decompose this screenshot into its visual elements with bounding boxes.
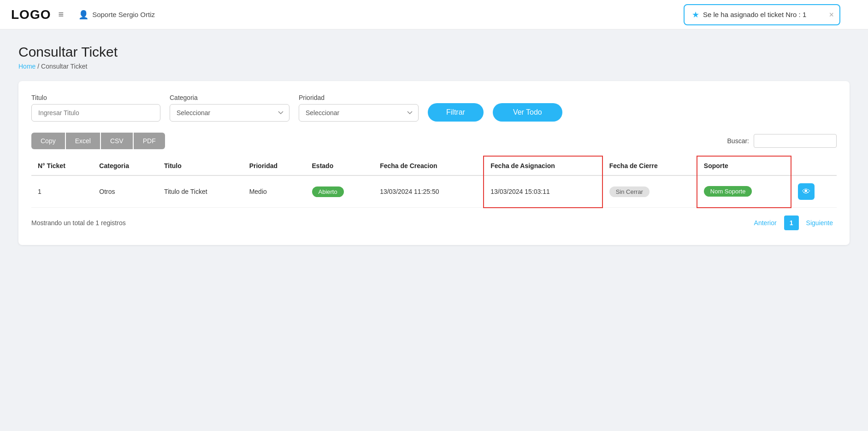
- col-ticket: N° Ticket: [31, 156, 93, 175]
- notification-close-button[interactable]: ×: [829, 10, 834, 19]
- categoria-select[interactable]: Seleccionar: [170, 104, 289, 122]
- breadcrumb-separator: /: [37, 63, 41, 70]
- cell-prioridad: Medio: [243, 175, 306, 208]
- cell-actions: 👁: [791, 175, 837, 208]
- view-button[interactable]: 👁: [798, 183, 815, 200]
- fecha-cierre-badge: Sin Cerrar: [609, 186, 650, 197]
- col-soporte: Soporte: [697, 156, 791, 175]
- page-title: Consultar Ticket: [18, 44, 850, 60]
- table-row: 1OtrosTitulo de TicketMedioAbierto13/03/…: [31, 175, 837, 208]
- search-input[interactable]: [754, 134, 837, 148]
- user-info: 👤 Soporte Sergio Ortiz: [78, 10, 155, 20]
- titulo-field: Titulo: [31, 94, 160, 122]
- ver-todo-button[interactable]: Ver Todo: [493, 103, 562, 122]
- hamburger-icon[interactable]: ≡: [58, 9, 64, 20]
- cell-fecha-cierre: Sin Cerrar: [602, 175, 697, 208]
- current-page[interactable]: 1: [784, 216, 799, 230]
- logo: LOGO: [11, 7, 51, 22]
- page-content: Consultar Ticket Home / Consultar Ticket…: [0, 29, 868, 260]
- prioridad-label: Prioridad: [299, 94, 419, 101]
- cell-titulo: Titulo de Ticket: [158, 175, 243, 208]
- prioridad-select[interactable]: Seleccionar: [299, 104, 419, 122]
- titulo-input[interactable]: [31, 104, 160, 122]
- anterior-button[interactable]: Anterior: [750, 217, 780, 228]
- cell-categoria: Otros: [93, 175, 158, 208]
- pdf-button[interactable]: PDF: [134, 133, 165, 149]
- total-records: Mostrando un total de 1 registros: [31, 219, 126, 227]
- search-label: Buscar:: [727, 137, 749, 145]
- cell-ticket: 1: [31, 175, 93, 208]
- col-titulo: Titulo: [158, 156, 243, 175]
- breadcrumb-home[interactable]: Home: [18, 63, 35, 70]
- cell-estado: Abierto: [306, 175, 374, 208]
- estado-badge: Abierto: [312, 186, 344, 197]
- breadcrumb: Home / Consultar Ticket: [18, 63, 850, 70]
- eye-icon: 👁: [802, 187, 810, 197]
- csv-button[interactable]: CSV: [101, 133, 133, 149]
- titulo-label: Titulo: [31, 94, 160, 101]
- cell-fecha-asignacion: 13/03/2024 15:03:11: [484, 175, 602, 208]
- excel-button[interactable]: Excel: [66, 133, 100, 149]
- categoria-field: Categoria Seleccionar: [170, 94, 289, 122]
- col-fecha-cierre: Fecha de Cierre: [602, 156, 697, 175]
- pagination: Anterior 1 Siguiente: [750, 216, 837, 230]
- notification-banner: ★ Se le ha asignado el ticket Nro : 1 ×: [684, 4, 840, 25]
- user-name: Soporte Sergio Ortiz: [92, 11, 155, 18]
- header: LOGO ≡ 👤 Soporte Sergio Ortiz ★ Se le ha…: [0, 0, 868, 29]
- notification-text: Se le ha asignado el ticket Nro : 1: [703, 11, 806, 18]
- copy-button[interactable]: Copy: [31, 133, 65, 149]
- table-toolbar: Copy Excel CSV PDF Buscar:: [31, 133, 837, 149]
- col-categoria: Categoria: [93, 156, 158, 175]
- cell-soporte: Nom Soporte: [697, 175, 791, 208]
- table-footer: Mostrando un total de 1 registros Anteri…: [31, 216, 837, 230]
- export-buttons: Copy Excel CSV PDF: [31, 133, 165, 149]
- col-estado: Estado: [306, 156, 374, 175]
- tickets-table: N° Ticket Categoria Titulo Prioridad Est…: [31, 156, 837, 208]
- cell-fecha-creacion: 13/03/2024 11:25:50: [373, 175, 484, 208]
- col-fecha-asignacion: Fecha de Asignacion: [484, 156, 602, 175]
- filter-row: Titulo Categoria Seleccionar Prioridad S…: [31, 94, 837, 122]
- col-prioridad: Prioridad: [243, 156, 306, 175]
- filtrar-button[interactable]: Filtrar: [428, 103, 484, 122]
- col-fecha-creacion: Fecha de Creacion: [373, 156, 484, 175]
- prioridad-field: Prioridad Seleccionar: [299, 94, 419, 122]
- main-card: Titulo Categoria Seleccionar Prioridad S…: [18, 81, 850, 245]
- breadcrumb-current: Consultar Ticket: [41, 63, 87, 70]
- soporte-badge: Nom Soporte: [704, 186, 752, 197]
- user-icon: 👤: [78, 10, 89, 20]
- categoria-label: Categoria: [170, 94, 289, 101]
- star-icon: ★: [692, 10, 699, 20]
- siguiente-button[interactable]: Siguiente: [803, 217, 837, 228]
- col-actions: [791, 156, 837, 175]
- search-row: Buscar:: [727, 134, 837, 148]
